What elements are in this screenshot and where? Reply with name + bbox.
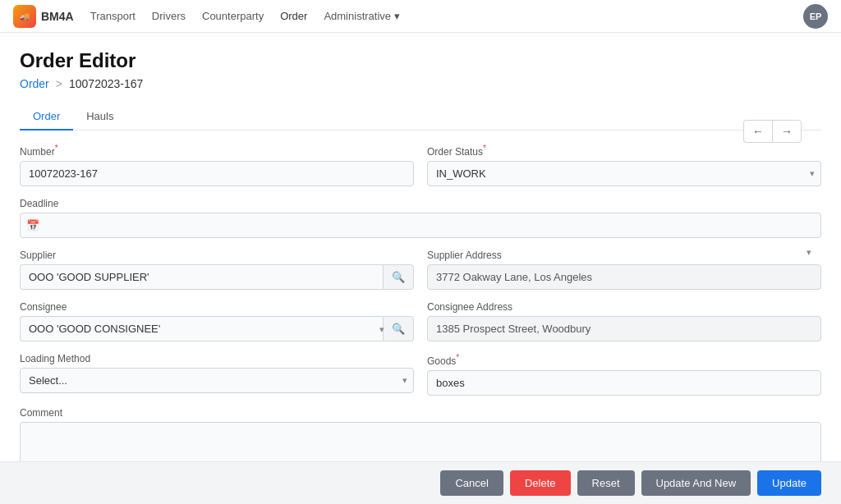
tab-order[interactable]: Order [20,103,73,131]
app-logo: 🚚 BM4A [13,5,74,28]
navigation-controls: ← → [743,120,802,143]
goods-input[interactable] [427,370,821,396]
row-number-status: Number* Order Status* IN_WORK ▾ [20,144,821,186]
deadline-label: Deadline [20,198,821,209]
supplier-search-button[interactable]: 🔍 [383,264,414,290]
order-form: Number* Order Status* IN_WORK ▾ Deadline [20,144,821,504]
nav-order[interactable]: Order [280,10,307,22]
logo-text: BM4A [41,10,74,23]
page-title: Order Editor [20,49,821,72]
calendar-icon: 📅 [26,219,39,231]
order-status-select[interactable]: IN_WORK [427,161,821,186]
supplier-select-wrapper: OOO 'GOOD SUPPLIER' ▾ 🔍 [20,264,414,290]
tab-hauls[interactable]: Hauls [73,103,126,131]
number-input[interactable] [20,161,414,186]
row-deadline: Deadline 📅 [20,198,821,238]
main-content: Order Editor Order > 10072023-167 ← → Or… [0,33,841,504]
field-deadline: Deadline 📅 [20,198,821,238]
comment-label: Comment [20,407,821,419]
breadcrumb: Order > 10072023-167 [20,77,821,90]
field-supplier: Supplier OOO 'GOOD SUPPLIER' ▾ 🔍 [20,250,414,290]
consignee-address-input [427,316,821,341]
goods-label: Goods* [427,353,821,367]
field-order-status: Order Status* IN_WORK ▾ [427,144,821,186]
nav-prev-button[interactable]: ← [743,120,772,143]
row-loading-goods: Loading Method Select... ▾ Goods* [20,353,821,396]
update-button[interactable]: Update [757,470,821,496]
breadcrumb-current: 10072023-167 [69,77,143,90]
nav-drivers[interactable]: Drivers [152,10,186,22]
field-supplier-address: Supplier Address [427,250,821,290]
loading-method-wrapper: Select... ▾ [20,368,414,393]
tabs: Order Hauls [20,103,821,131]
consignee-address-label: Consignee Address [427,301,821,313]
order-status-label: Order Status* [427,144,821,158]
consignee-search-button[interactable]: 🔍 [383,316,414,341]
nav-counterparty[interactable]: Counterparty [202,10,264,22]
field-goods: Goods* [427,353,821,396]
supplier-address-label: Supplier Address [427,250,821,261]
consignee-label: Consignee [20,301,414,313]
field-number: Number* [20,144,414,186]
field-loading-method: Loading Method Select... ▾ [20,353,414,396]
row-supplier: Supplier OOO 'GOOD SUPPLIER' ▾ 🔍 Supplie… [20,250,821,290]
field-consignee-address: Consignee Address [427,301,821,341]
reset-button[interactable]: Reset [577,470,635,496]
nav-next-button[interactable]: → [772,120,802,143]
nav-transport[interactable]: Transport [90,10,136,22]
supplier-label: Supplier [20,250,414,261]
supplier-address-input [427,264,821,290]
breadcrumb-link[interactable]: Order [20,77,49,90]
consignee-select[interactable]: OOO 'GOOD CONSIGNEE' [20,316,383,341]
breadcrumb-separator: > [56,77,62,90]
consignee-select-wrapper: OOO 'GOOD CONSIGNEE' ▾ 🔍 [20,316,414,341]
cancel-button[interactable]: Cancel [440,470,503,496]
loading-method-label: Loading Method [20,353,414,364]
row-consignee: Consignee OOO 'GOOD CONSIGNEE' ▾ 🔍 Consi… [20,301,821,341]
navbar-links: Transport Drivers Counterparty Order Adm… [90,10,787,22]
field-consignee: Consignee OOO 'GOOD CONSIGNEE' ▾ 🔍 [20,301,414,341]
user-avatar[interactable]: EP [803,4,828,29]
supplier-select[interactable]: OOO 'GOOD SUPPLIER' [20,264,383,290]
update-and-new-button[interactable]: Update And New [641,470,751,496]
navbar: 🚚 BM4A Transport Drivers Counterparty Or… [0,0,841,33]
logo-icon: 🚚 [13,5,36,28]
order-status-wrapper: IN_WORK ▾ [427,161,821,186]
deadline-input[interactable] [20,213,821,238]
footer: Cancel Delete Reset Update And New Updat… [0,461,841,504]
number-label: Number* [20,144,414,158]
deadline-input-wrapper: 📅 [20,213,821,238]
nav-administrative[interactable]: Administrative ▾ [324,10,399,22]
loading-method-select[interactable]: Select... [20,368,414,393]
delete-button[interactable]: Delete [510,470,571,496]
